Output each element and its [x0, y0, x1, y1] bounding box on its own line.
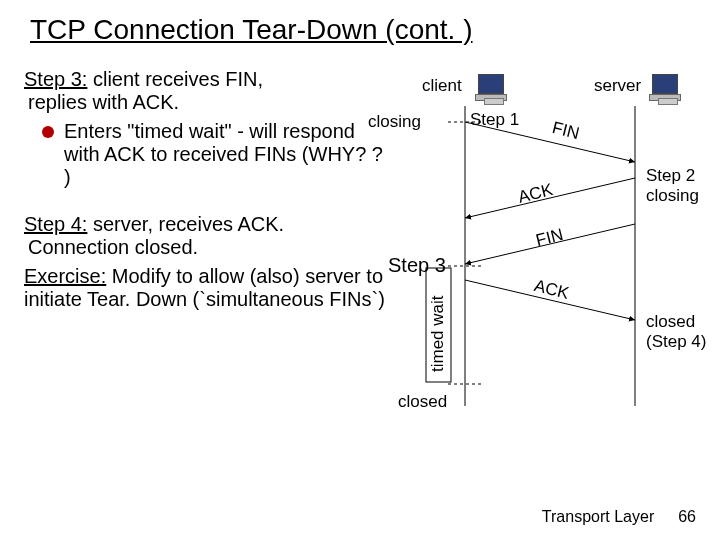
step3-label: Step 3:	[24, 68, 87, 90]
closed-right-label: closed	[646, 312, 695, 332]
footer: Transport Layer 66	[542, 508, 696, 526]
step4-text-b: Connection closed.	[28, 236, 390, 259]
timed-wait-label: timed wait	[428, 295, 448, 372]
exercise-label: Exercise:	[24, 265, 106, 287]
closed-left-label: closed	[398, 392, 447, 412]
step3-diagram-label: Step 3	[388, 254, 446, 277]
slide-title: TCP Connection Tear-Down (cont. )	[30, 14, 696, 46]
step1-label: Step 1	[470, 110, 519, 130]
slide: TCP Connection Tear-Down (cont. ) Step 3…	[0, 0, 720, 540]
step3-bullet-text: Enters "timed wait" - will respond with …	[64, 120, 390, 189]
bullet-icon	[42, 126, 54, 138]
step3-text-b: replies with ACK.	[28, 91, 390, 114]
closing-right-label: closing	[646, 186, 699, 206]
step4-text-a: server, receives ACK.	[93, 213, 284, 235]
step4-right-label: (Step 4)	[646, 332, 706, 352]
footer-section: Transport Layer	[542, 508, 654, 526]
sequence-diagram: client server	[360, 76, 710, 456]
step3-bullet: Enters "timed wait" - will respond with …	[42, 120, 390, 189]
footer-page: 66	[678, 508, 696, 526]
step4-label: Step 4:	[24, 213, 87, 235]
step3-heading: Step 3: client receives FIN,	[24, 68, 390, 91]
exercise-block: Exercise: Modify to allow (also) server …	[24, 265, 390, 311]
step3-text-a: client receives FIN,	[93, 68, 263, 90]
step2-label: Step 2	[646, 166, 695, 186]
step4-heading: Step 4: server, receives ACK.	[24, 213, 390, 236]
left-column: Step 3: client receives FIN, replies wit…	[24, 68, 390, 311]
closing-left-label: closing	[368, 112, 421, 132]
